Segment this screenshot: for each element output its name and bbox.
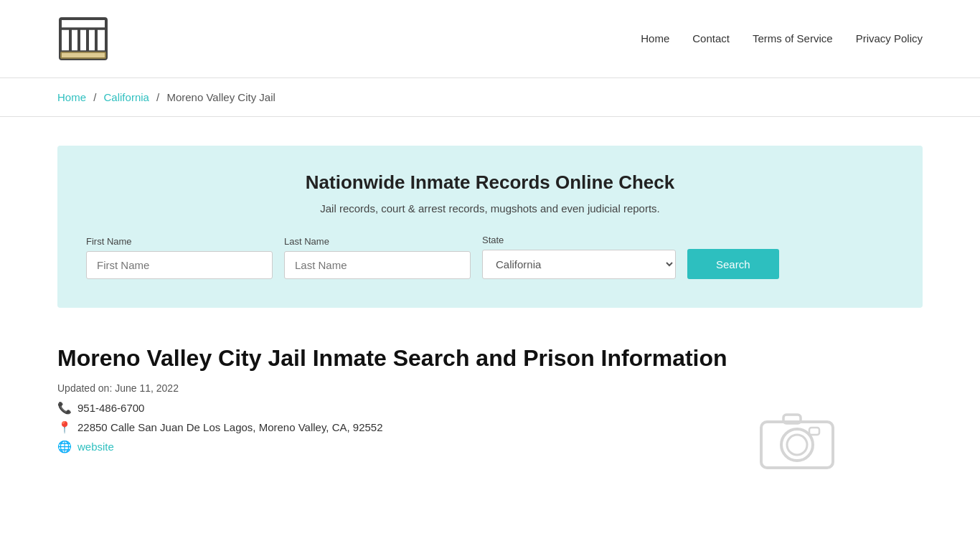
- last-name-input[interactable]: [284, 251, 471, 279]
- phone-number: 951-486-6700: [77, 402, 144, 414]
- state-label: State: [482, 235, 676, 245]
- search-banner-subtitle: Jail records, court & arrest records, mu…: [86, 202, 894, 215]
- last-name-group: Last Name: [284, 236, 471, 279]
- search-button[interactable]: Search: [687, 249, 779, 279]
- location-icon: 📍: [57, 420, 72, 434]
- photo-placeholder: [758, 402, 837, 476]
- nav-contact[interactable]: Contact: [692, 32, 730, 44]
- breadcrumb-sep-2: /: [156, 91, 159, 103]
- nav-privacy[interactable]: Privacy Policy: [856, 32, 923, 44]
- breadcrumb-home[interactable]: Home: [57, 91, 86, 103]
- first-name-label: First Name: [86, 236, 273, 247]
- main-content: Moreno Valley City Jail Inmate Search an…: [0, 329, 980, 502]
- breadcrumb-state[interactable]: California: [104, 91, 149, 103]
- search-form: First Name Last Name State California Al…: [86, 235, 894, 279]
- website-link[interactable]: website: [77, 441, 114, 453]
- svg-point-10: [787, 435, 807, 455]
- address-text: 22850 Calle San Juan De Los Lagos, Moren…: [77, 421, 383, 433]
- state-select[interactable]: California Alabama Alaska Arizona Arkans…: [482, 250, 676, 279]
- breadcrumb: Home / California / Moreno Valley City J…: [0, 78, 980, 117]
- page-title: Moreno Valley City Jail Inmate Search an…: [57, 344, 923, 372]
- nav-terms[interactable]: Terms of Service: [753, 32, 833, 44]
- search-banner: Nationwide Inmate Records Online Check J…: [57, 146, 923, 308]
- phone-icon: 📞: [57, 401, 72, 415]
- nav-home[interactable]: Home: [641, 32, 669, 44]
- svg-rect-12: [809, 428, 819, 435]
- camera-icon: [758, 402, 837, 474]
- breadcrumb-sep-1: /: [93, 91, 96, 103]
- search-banner-title: Nationwide Inmate Records Online Check: [86, 171, 894, 194]
- state-group: State California Alabama Alaska Arizona …: [482, 235, 676, 279]
- site-header: Home Contact Terms of Service Privacy Po…: [0, 0, 980, 78]
- main-nav: Home Contact Terms of Service Privacy Po…: [641, 32, 923, 45]
- breadcrumb-current: Moreno Valley City Jail: [166, 91, 275, 103]
- first-name-group: First Name: [86, 236, 273, 279]
- logo-icon: [57, 13, 109, 65]
- first-name-input[interactable]: [86, 251, 273, 279]
- logo: [57, 13, 109, 65]
- svg-rect-7: [60, 52, 106, 59]
- last-name-label: Last Name: [284, 236, 471, 247]
- updated-date: Updated on: June 11, 2022: [57, 382, 923, 394]
- globe-icon: 🌐: [57, 440, 72, 453]
